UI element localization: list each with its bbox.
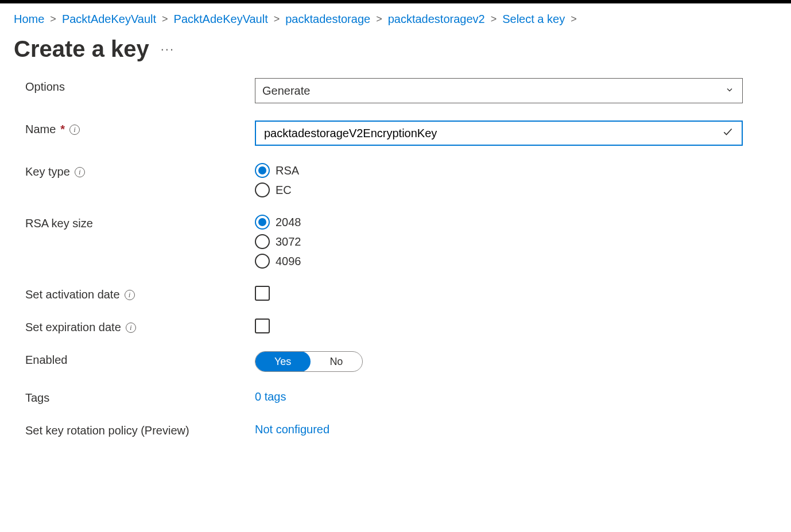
radio-label: RSA bbox=[276, 164, 299, 177]
rsa-key-size-radio-group: 2048 3072 4096 bbox=[255, 215, 754, 269]
rotation-policy-link[interactable]: Not configured bbox=[255, 422, 329, 436]
required-indicator: * bbox=[60, 123, 65, 136]
enabled-label: Enabled bbox=[25, 354, 67, 367]
enabled-yes[interactable]: Yes bbox=[255, 351, 311, 372]
chevron-right-icon: > bbox=[491, 13, 497, 25]
options-select[interactable]: Generate bbox=[255, 78, 743, 103]
chevron-right-icon: > bbox=[274, 13, 280, 25]
info-icon[interactable]: i bbox=[75, 167, 85, 177]
chevron-right-icon: > bbox=[162, 13, 168, 25]
breadcrumb-select-key[interactable]: Select a key bbox=[502, 13, 565, 26]
check-icon bbox=[722, 126, 734, 141]
expiration-date-label: Set expiration date bbox=[25, 321, 121, 334]
enabled-no[interactable]: No bbox=[310, 352, 362, 371]
radio-label: 4096 bbox=[276, 255, 301, 268]
more-actions-button[interactable]: ··· bbox=[161, 42, 175, 57]
info-icon[interactable]: i bbox=[125, 290, 135, 300]
options-value: Generate bbox=[262, 84, 310, 98]
activation-date-label: Set activation date bbox=[25, 288, 120, 301]
breadcrumb-vault-2[interactable]: PacktAdeKeyVault bbox=[174, 13, 268, 26]
rotation-policy-label: Set key rotation policy (Preview) bbox=[25, 424, 189, 437]
chevron-right-icon: > bbox=[376, 13, 382, 25]
rsa-size-4096[interactable]: 4096 bbox=[255, 254, 754, 269]
chevron-right-icon: > bbox=[571, 13, 577, 25]
key-type-label: Key type bbox=[25, 165, 70, 178]
radio-label: EC bbox=[276, 184, 292, 197]
name-label: Name bbox=[25, 123, 56, 136]
key-type-rsa[interactable]: RSA bbox=[255, 163, 754, 178]
key-type-ec[interactable]: EC bbox=[255, 182, 754, 197]
options-label: Options bbox=[25, 80, 65, 94]
rsa-key-size-label: RSA key size bbox=[25, 217, 93, 230]
chevron-down-icon bbox=[725, 84, 734, 98]
breadcrumb-vault-1[interactable]: PacktAdeKeyVault bbox=[62, 13, 156, 26]
tags-link[interactable]: 0 tags bbox=[255, 389, 286, 403]
key-type-radio-group: RSA EC bbox=[255, 163, 754, 197]
name-input[interactable] bbox=[263, 126, 716, 141]
breadcrumb-home[interactable]: Home bbox=[14, 13, 44, 26]
rsa-size-3072[interactable]: 3072 bbox=[255, 234, 754, 249]
expiration-date-checkbox[interactable] bbox=[255, 319, 270, 333]
info-icon[interactable]: i bbox=[126, 323, 136, 333]
breadcrumb: Home > PacktAdeKeyVault > PacktAdeKeyVau… bbox=[14, 13, 777, 26]
info-icon[interactable]: i bbox=[69, 125, 80, 135]
enabled-toggle: Yes No bbox=[255, 351, 363, 372]
breadcrumb-storage-2[interactable]: packtadestoragev2 bbox=[388, 13, 485, 26]
breadcrumb-storage-1[interactable]: packtadestorage bbox=[285, 13, 370, 26]
activation-date-checkbox[interactable] bbox=[255, 286, 270, 301]
radio-label: 2048 bbox=[276, 216, 301, 229]
tags-label: Tags bbox=[25, 391, 49, 405]
page-title: Create a key bbox=[14, 36, 149, 62]
rsa-size-2048[interactable]: 2048 bbox=[255, 215, 754, 230]
radio-label: 3072 bbox=[276, 235, 301, 248]
name-input-wrapper bbox=[255, 121, 743, 146]
chevron-right-icon: > bbox=[50, 13, 56, 25]
